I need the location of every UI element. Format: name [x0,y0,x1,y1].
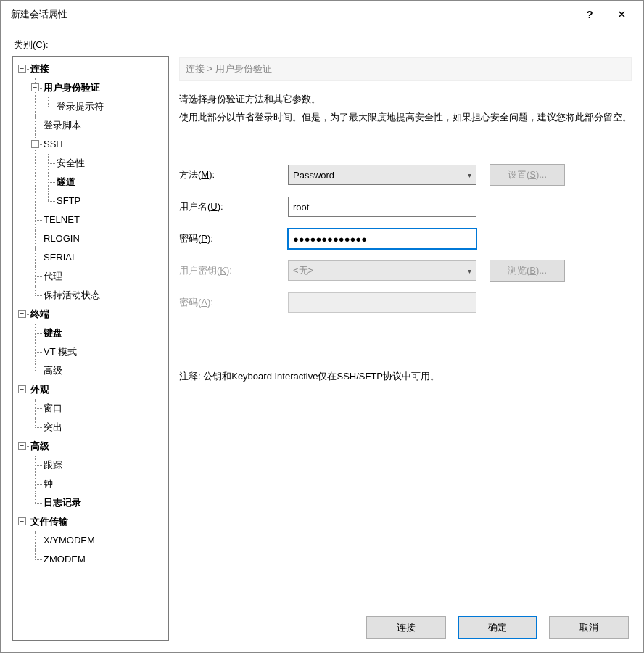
titlebar: 新建会话属性 ? ✕ [1,1,643,28]
help-button[interactable]: ? [574,4,606,25]
category-tree[interactable]: − 连接 − 用户身份验证 登录提示符 登录脚本 [12,56,169,641]
collapse-icon[interactable]: − [31,83,39,91]
tree-item-term-advanced[interactable]: 高级 [30,361,167,380]
collapse-icon[interactable]: − [18,517,26,525]
tree-item-proxy[interactable]: 代理 [30,267,167,286]
tree-item-advanced[interactable]: − 高级 跟踪 钟 日志记录 [17,437,167,512]
collapse-icon[interactable]: − [18,310,26,318]
method-select[interactable]: Password ▾ [288,165,476,185]
tree-item-connection[interactable]: − 连接 − 用户身份验证 登录提示符 登录脚本 [17,59,167,305]
row-password: 密码(P): [179,228,632,250]
chevron-down-icon: ▾ [468,267,471,275]
tree-item-keyboard[interactable]: 键盘 [30,324,167,342]
tree-item-trace[interactable]: 跟踪 [30,456,167,475]
tree-item-telnet[interactable]: TELNET [30,210,167,229]
tree-item-auth[interactable]: − 用户身份验证 登录提示符 [30,78,167,116]
ok-button[interactable]: 确定 [458,616,537,639]
main-row: − 连接 − 用户身份验证 登录提示符 登录脚本 [12,56,632,641]
tree-item-xymodem[interactable]: X/YMODEM [30,531,167,550]
tree-item-file-transfer[interactable]: − 文件传输 X/YMODEM ZMODEM [17,512,167,569]
tree-item-tunnel[interactable]: 隧道 [44,173,167,192]
tree-item-login-prompt[interactable]: 登录提示符 [44,97,167,116]
collapse-icon[interactable]: − [18,442,26,450]
row-userkey: 用户密钥(K): <无> ▾ 浏览(B)... [179,260,632,282]
tree-item-highlight[interactable]: 突出 [30,418,167,437]
row-passphrase: 密码(A): [179,292,632,313]
tree-item-appearance[interactable]: − 外观 窗口 突出 [17,380,167,437]
userkey-select: <无> ▾ [288,260,476,281]
row-method: 方法(M): Password ▾ 设置(S)... [179,164,632,186]
connect-button[interactable]: 连接 [366,616,446,639]
tree-item-zmodem[interactable]: ZMODEM [30,550,167,569]
tree-item-clock[interactable]: 钟 [30,475,167,493]
tree-item-rlogin[interactable]: RLOGIN [30,229,167,248]
passphrase-input [288,292,476,313]
label-userkey: 用户密钥(K): [179,264,288,277]
settings-button[interactable]: 设置(S)... [490,164,565,186]
label-method: 方法(M): [179,168,288,181]
category-label: 类别(C): [14,38,632,52]
collapse-icon[interactable]: − [18,65,26,73]
collapse-icon[interactable]: − [31,140,39,148]
tree-item-window[interactable]: 窗口 [30,399,167,418]
session-properties-dialog: 新建会话属性 ? ✕ 类别(C): − 连接 − 用户身份验证 [0,0,644,653]
browse-button: 浏览(B)... [490,260,565,282]
dialog-footer: 连接 确定 取消 [179,606,632,641]
settings-panel: 连接 > 用户身份验证 请选择身份验证方法和其它参数。 使用此部分以节省登录时间… [179,56,632,641]
tree-item-security[interactable]: 安全性 [44,154,167,173]
label-username: 用户名(U): [179,200,288,213]
window-title: 新建会话属性 [11,8,574,21]
label-passphrase: 密码(A): [179,296,288,309]
password-input[interactable] [288,229,476,249]
chevron-down-icon: ▾ [468,171,471,179]
close-button[interactable]: ✕ [606,4,637,25]
breadcrumb: 连接 > 用户身份验证 [179,57,632,81]
dialog-body: 类别(C): − 连接 − 用户身份验证 登录提示符 [1,28,643,652]
tree-item-keepalive[interactable]: 保持活动状态 [30,286,167,305]
note-text: 注释: 公钥和Keyboard Interactive仅在SSH/SFTP协议中… [179,370,632,383]
tree-item-ssh[interactable]: − SSH 安全性 隧道 SFTP [30,135,167,210]
label-password: 密码(P): [179,232,288,245]
tree-item-login-script[interactable]: 登录脚本 [30,116,167,135]
tree-item-terminal[interactable]: − 终端 键盘 VT 模式 高级 [17,305,167,380]
description: 请选择身份验证方法和其它参数。 使用此部分以节省登录时间。但是，为了最大限度地提… [179,91,632,126]
row-username: 用户名(U): [179,196,632,218]
tree-item-serial[interactable]: SERIAL [30,248,167,267]
tree-item-vt-mode[interactable]: VT 模式 [30,342,167,361]
cancel-button[interactable]: 取消 [549,616,629,639]
tree-item-sftp[interactable]: SFTP [44,192,167,210]
username-input[interactable] [288,197,476,217]
collapse-icon[interactable]: − [18,385,26,393]
tree-item-logging[interactable]: 日志记录 [30,493,167,512]
